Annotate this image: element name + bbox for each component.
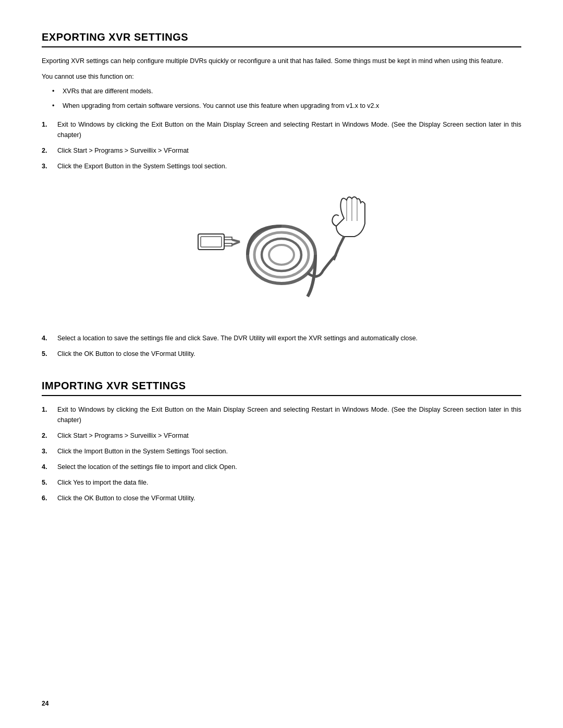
svg-line-5: [232, 242, 240, 245]
cannot-use-text: You cannot use this function on:: [42, 71, 521, 82]
importing-step-6: Click the OK Button to close the VFormat…: [42, 493, 521, 503]
bullet-item-2: When upgrading from certain software ver…: [63, 101, 521, 111]
importing-section: IMPORTING XVR SETTINGS Exit to Windows b…: [42, 380, 521, 503]
svg-line-13: [339, 237, 344, 247]
exporting-title: EXPORTING XVR SETTINGS: [42, 31, 521, 47]
exporting-step-4: Select a location to save the settings f…: [42, 333, 521, 343]
exporting-step-2: Click Start > Programs > Surveillix > VF…: [42, 145, 521, 156]
exporting-step-5: Click the OK Button to close the VFormat…: [42, 349, 521, 359]
svg-rect-3: [224, 243, 232, 246]
importing-step-5: Click Yes to import the data file.: [42, 477, 521, 488]
exporting-steps-list: Exit to Windows by clicking the Exit But…: [42, 119, 521, 171]
exporting-section: EXPORTING XVR SETTINGS Exporting XVR set…: [42, 31, 521, 359]
page-number: 24: [42, 700, 48, 707]
svg-point-9: [269, 245, 294, 265]
page: EXPORTING XVR SETTINGS Exporting XVR set…: [0, 0, 563, 728]
importing-step-1: Exit to Windows by clicking the Exit But…: [42, 404, 521, 425]
exporting-intro: Exporting XVR settings can help configur…: [42, 56, 521, 66]
exporting-step-1: Exit to Windows by clicking the Exit But…: [42, 119, 521, 140]
bullet-item-2-text: When upgrading from certain software ver…: [63, 102, 379, 109]
cable-image-container: [42, 187, 521, 317]
svg-point-8: [262, 239, 301, 271]
importing-step-4: Select the location of the settings file…: [42, 462, 521, 472]
bullet-item-1: XVRs that are different models.: [63, 86, 521, 96]
svg-point-6: [248, 226, 315, 283]
cable-svg: [182, 187, 381, 317]
importing-steps-list: Exit to Windows by clicking the Exit But…: [42, 404, 521, 503]
svg-rect-1: [201, 237, 222, 247]
svg-rect-2: [224, 237, 232, 240]
bullet-list: XVRs that are different models. When upg…: [63, 86, 521, 111]
importing-step-2: Click Start > Programs > Surveillix > VF…: [42, 430, 521, 441]
importing-step-3: Click the Import Button in the System Se…: [42, 446, 521, 456]
importing-title: IMPORTING XVR SETTINGS: [42, 380, 521, 396]
exporting-steps-list-2: Select a location to save the settings f…: [42, 333, 521, 359]
exporting-step-3: Click the Export Button in the System Se…: [42, 161, 521, 171]
